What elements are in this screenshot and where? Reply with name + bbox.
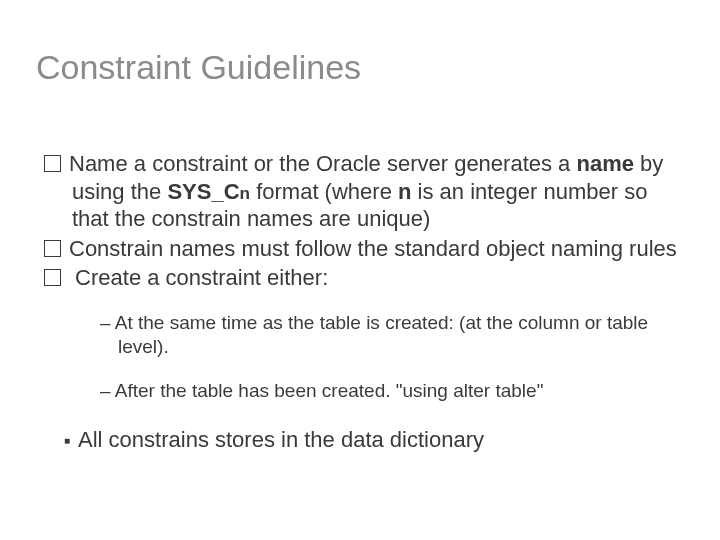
bullet-item-2: Constrain names must follow the standard… <box>44 235 680 263</box>
bullet-item-1: Name a constraint or the Oracle server g… <box>44 150 680 233</box>
checkbox-icon <box>44 155 61 172</box>
slide-title: Constraint Guidelines <box>36 48 361 87</box>
slide: Constraint Guidelines Name a constraint … <box>0 0 720 540</box>
bullet-1-post1: format (where <box>250 179 398 204</box>
slide-body: Name a constraint or the Oracle server g… <box>44 150 680 475</box>
bullet-1-sysc-n: n <box>240 183 250 203</box>
bullet-1-bold-name: name <box>576 151 633 176</box>
final-text: All constrains stores in the data dictio… <box>78 427 484 452</box>
sub-list: – At the same time as the table is creat… <box>100 311 680 404</box>
bullet-1-text-pre: Name a constraint or the Oracle server g… <box>69 151 576 176</box>
bullet-2-text: Constrain names must follow the standard… <box>69 236 677 261</box>
bullet-item-3: Create a constraint either: <box>44 264 680 292</box>
bullet-1-sysc: SYS_C <box>167 179 239 204</box>
bullet-1-bold-n: n <box>398 179 411 204</box>
checkbox-icon <box>44 240 61 257</box>
square-bullet-icon: ■ <box>64 435 70 446</box>
sub-item-2: – After the table has been created. "usi… <box>100 379 680 404</box>
sub-item-1: – At the same time as the table is creat… <box>100 311 680 360</box>
final-item: ■All constrains stores in the data dicti… <box>64 426 680 454</box>
bullet-3-text: Create a constraint either: <box>69 265 328 290</box>
checkbox-icon <box>44 269 61 286</box>
final-list: ■All constrains stores in the data dicti… <box>64 426 680 454</box>
